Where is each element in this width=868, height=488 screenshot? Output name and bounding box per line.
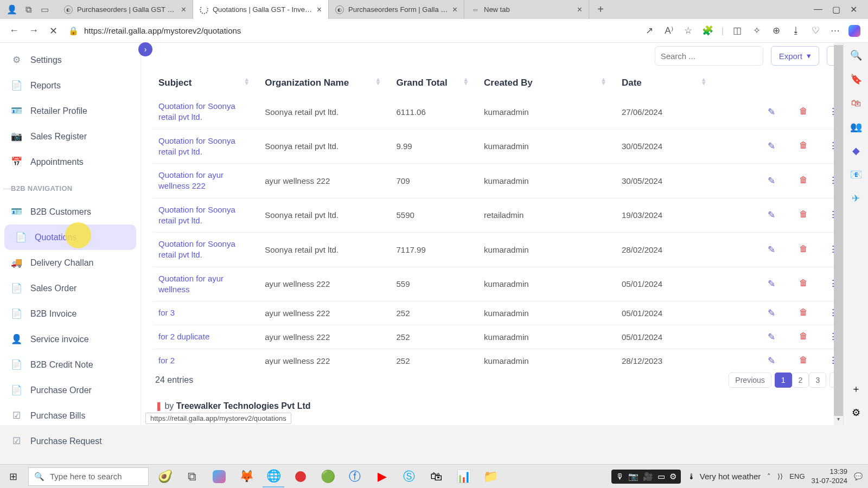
- taskbar-app-avocado[interactable]: 🥑: [154, 466, 176, 487]
- office-icon[interactable]: ◆: [850, 145, 862, 157]
- store-icon[interactable]: 🛍: [425, 466, 447, 487]
- firefox-icon[interactable]: 🦊: [235, 466, 257, 487]
- task-view-icon[interactable]: ⧉: [181, 466, 203, 487]
- profile-icon[interactable]: 👤: [7, 4, 17, 15]
- add-sidebar-icon[interactable]: ＋: [850, 383, 862, 395]
- maximize-icon[interactable]: ▢: [832, 4, 840, 15]
- new-tab-button[interactable]: +: [589, 0, 612, 19]
- cell-subject[interactable]: Quotation for Soonya retail pvt ltd.: [153, 129, 259, 164]
- favorites-bar-icon[interactable]: ✧: [751, 25, 763, 37]
- search-icon[interactable]: 🔍: [850, 49, 862, 61]
- start-button[interactable]: ⊞: [0, 465, 26, 489]
- sidebar-item-sales-order[interactable]: 📄Sales Order: [0, 275, 141, 301]
- taskbar-search[interactable]: 🔍 Type here to search: [28, 467, 149, 486]
- tab-quotations[interactable]: Quotations | Galla GST - Inventor ×: [193, 0, 329, 19]
- send-icon[interactable]: ✈: [850, 192, 862, 204]
- cell-subject[interactable]: for 2: [153, 349, 259, 365]
- close-icon[interactable]: ×: [452, 5, 457, 15]
- sidebar-toggle-button[interactable]: ›: [138, 42, 152, 56]
- close-icon[interactable]: ×: [317, 5, 322, 15]
- youtube-icon[interactable]: ▶: [371, 466, 393, 487]
- people-icon[interactable]: 👥: [850, 121, 862, 133]
- delete-icon[interactable]: 🗑: [799, 244, 808, 255]
- cell-subject[interactable]: Quotation for Soonya retail pvt ltd.: [153, 95, 259, 129]
- edit-icon[interactable]: ✎: [768, 175, 775, 187]
- cell-subject[interactable]: for 3: [153, 301, 259, 325]
- cell-subject[interactable]: Quotation for ayur wellness: [153, 267, 259, 301]
- cell-subject[interactable]: Quotation for ayur wellness 222: [153, 164, 259, 198]
- sidebar-item-retailer-profile[interactable]: 🪪Retailer Profile: [0, 98, 141, 124]
- delete-icon[interactable]: 🗑: [799, 331, 808, 343]
- stop-button[interactable]: ✕: [43, 21, 63, 41]
- explorer-icon[interactable]: 📁: [480, 466, 501, 487]
- more-icon[interactable]: ⋯: [829, 25, 841, 37]
- tray-chevron-icon[interactable]: ˄: [767, 472, 771, 480]
- minimize-icon[interactable]: —: [814, 4, 822, 15]
- col-subject[interactable]: Subject▲▼: [153, 71, 259, 95]
- copilot-icon[interactable]: [208, 466, 230, 487]
- split-screen-icon[interactable]: ◫: [731, 25, 743, 37]
- tray-clock[interactable]: 13:39 31-07-2024: [812, 467, 848, 485]
- back-button[interactable]: ←: [4, 21, 24, 41]
- sidebar-item-sales-register[interactable]: 📷Sales Register: [0, 124, 141, 149]
- open-external-icon[interactable]: ↗: [643, 25, 655, 37]
- sidebar-item-service-invoice[interactable]: 👤Service invoice: [0, 326, 141, 352]
- skype-icon[interactable]: Ⓢ: [398, 466, 420, 487]
- edit-icon[interactable]: ✎: [768, 355, 775, 365]
- edit-icon[interactable]: ✎: [768, 140, 775, 152]
- record-icon[interactable]: [290, 466, 311, 487]
- notifications-icon[interactable]: 💬: [854, 472, 863, 480]
- edit-icon[interactable]: ✎: [768, 106, 775, 118]
- collections-icon[interactable]: ⊕: [770, 25, 782, 37]
- delete-icon[interactable]: 🗑: [799, 278, 808, 290]
- downloads-icon[interactable]: ⭳: [790, 25, 802, 37]
- delete-icon[interactable]: 🗑: [799, 307, 808, 319]
- chrome-icon[interactable]: 🟢: [317, 466, 339, 487]
- sidebar-item-b2b-invoice[interactable]: 📄B2B Invoice: [0, 301, 141, 326]
- url-field[interactable]: 🔒 https://retail.galla.app/mystorev2/quo…: [63, 22, 640, 40]
- delete-icon[interactable]: 🗑: [799, 355, 808, 365]
- edit-icon[interactable]: ✎: [768, 307, 775, 319]
- sidebar-item-appointments[interactable]: 📅Appointments: [0, 149, 141, 175]
- col-date[interactable]: Date▲▼: [616, 71, 717, 95]
- tab-actions-icon[interactable]: ▭: [39, 4, 50, 15]
- close-icon[interactable]: ×: [577, 5, 582, 15]
- pager-page-2[interactable]: 2: [792, 373, 809, 388]
- edit-icon[interactable]: ✎: [768, 331, 775, 343]
- shopping-icon[interactable]: 🛍: [850, 97, 862, 109]
- sidebar-item-b2b-credit-note[interactable]: 📄B2B Credit Note: [0, 352, 141, 377]
- copilot-icon[interactable]: [848, 25, 860, 37]
- cell-subject[interactable]: Quotation for Soonya retail pvt ltd.: [153, 198, 259, 233]
- pager-page-3[interactable]: 3: [809, 373, 826, 388]
- export-button[interactable]: Export ▾: [771, 46, 819, 66]
- close-window-icon[interactable]: ✕: [850, 4, 857, 15]
- sidebar-settings-icon[interactable]: ⚙: [850, 407, 862, 419]
- sidebar-item-purchase-order[interactable]: 📄Purchase Order: [0, 377, 141, 403]
- recorder-widget[interactable]: 🎙 📷 🎥 ▭ ⚙: [611, 470, 681, 484]
- page-scrollbar-thumb[interactable]: [834, 45, 843, 419]
- tray-lang[interactable]: ENG: [789, 472, 805, 480]
- sidebar-item-purchase-bills[interactable]: ☑Purchase Bills: [0, 403, 141, 428]
- sidebar-item-quotations[interactable]: 📄Quotations: [4, 224, 136, 250]
- tab-newtab[interactable]: ▭ New tab ×: [464, 0, 589, 19]
- delete-icon[interactable]: 🗑: [799, 140, 808, 152]
- delete-icon[interactable]: 🗑: [799, 209, 808, 221]
- cell-subject[interactable]: for 2 duplicate: [153, 325, 259, 349]
- sidebar-item-reports[interactable]: 📄Reports: [0, 73, 141, 98]
- pager-page-1[interactable]: 1: [775, 373, 792, 388]
- weather-widget[interactable]: 🌡 Very hot weather: [687, 472, 761, 481]
- favorite-icon[interactable]: ☆: [682, 25, 694, 37]
- scroll-down-icon[interactable]: ▾: [834, 416, 843, 425]
- wifi-icon[interactable]: ⟩⟩: [777, 472, 783, 480]
- search-input[interactable]: [655, 46, 763, 66]
- edit-icon[interactable]: ✎: [768, 244, 775, 255]
- close-icon[interactable]: ×: [181, 5, 186, 15]
- workspaces-icon[interactable]: ⧉: [23, 4, 34, 15]
- edit-icon[interactable]: ✎: [768, 209, 775, 221]
- sidebar-item-b2b-customers[interactable]: 🪪B2B Customers: [0, 199, 141, 224]
- app-icon[interactable]: 📊: [452, 466, 474, 487]
- forward-button[interactable]: →: [24, 21, 43, 41]
- facebook-icon[interactable]: ⓕ: [344, 466, 366, 487]
- cell-subject[interactable]: Quotation for Soonya retail pvt ltd.: [153, 233, 259, 267]
- bookmark-tag-icon[interactable]: 🔖: [850, 73, 862, 85]
